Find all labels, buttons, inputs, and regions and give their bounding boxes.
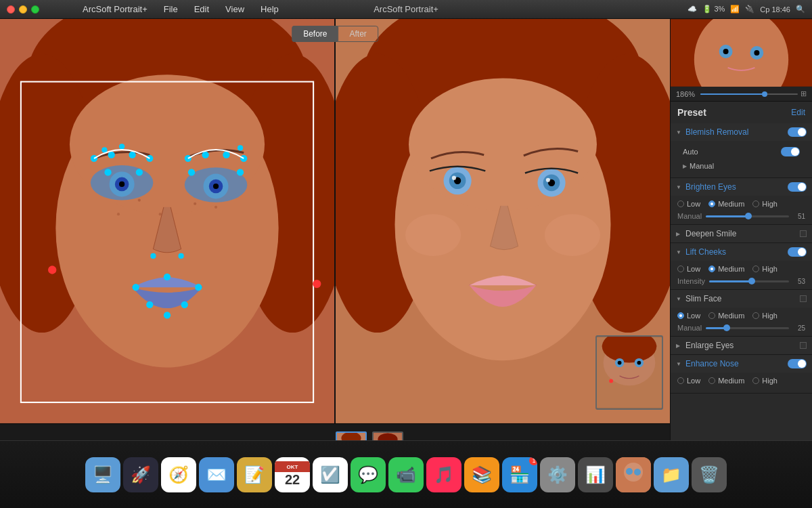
dock-safari[interactable]: 🧭	[161, 457, 196, 492]
before-panel	[0, 19, 336, 423]
intensity-label: Intensity	[677, 277, 705, 285]
dock-messages[interactable]: 💬	[351, 457, 386, 492]
thumbnail-strip: ?	[267, 431, 403, 440]
manual-header[interactable]: ▶ Manual	[677, 158, 805, 173]
zoom-control[interactable]: 186% ⊞	[671, 87, 812, 102]
lift-cheeks-radio-group: Low Medium High	[677, 265, 805, 273]
svg-point-60	[545, 214, 600, 256]
lift-cheeks-header[interactable]: ▼ Lift Cheeks	[671, 243, 812, 261]
slim-high-radio[interactable]: High	[752, 312, 777, 320]
nose-medium-radio[interactable]: Medium	[708, 377, 744, 385]
dock-books[interactable]: 📚	[464, 457, 499, 492]
svg-point-58	[546, 178, 550, 182]
blemish-removal-header[interactable]: ▼ Blemish Removal	[671, 123, 812, 141]
slim-face-header[interactable]: ▼ Slim Face	[671, 290, 812, 308]
deepen-smile-section[interactable]: ▶ Deepen Smile	[671, 225, 812, 243]
dock-facetime[interactable]: 📹	[388, 457, 424, 492]
dock-folder[interactable]: 📁	[654, 457, 689, 492]
maximize-button[interactable]	[31, 5, 39, 14]
brighten-medium-radio[interactable]: Medium	[708, 200, 744, 208]
svg-point-39	[146, 301, 153, 308]
svg-point-18	[213, 184, 219, 189]
dock-finder[interactable]: 🖥️	[85, 457, 120, 492]
svg-point-38	[181, 301, 188, 308]
dock-appstore[interactable]: 🏪 1	[502, 457, 537, 492]
menu-app[interactable]: ArcSoft Portrait+	[80, 3, 150, 16]
slim-low-radio[interactable]: Low	[677, 312, 700, 320]
zoom-in-icon[interactable]: ⊞	[800, 89, 807, 98]
preview-thumb-img	[671, 19, 812, 87]
menu-help[interactable]: Help	[258, 3, 281, 16]
lift-cheeks-slider-row: Intensity 53	[677, 277, 805, 285]
deepen-smile-toggle[interactable]	[800, 230, 807, 237]
lift-medium-radio[interactable]: Medium	[708, 265, 744, 273]
blemish-removal-section: ▼ Blemish Removal Auto ▶ Manual	[671, 123, 812, 178]
brighten-eyes-slider-row: Manual 51	[677, 212, 805, 220]
brighten-eyes-content: Low Medium High Manual	[671, 196, 812, 224]
brighten-low-radio[interactable]: Low	[677, 200, 700, 208]
before-image	[0, 19, 334, 423]
blemish-removal-toggle[interactable]	[788, 127, 807, 137]
brighten-eyes-value: 51	[793, 213, 805, 220]
dock-trash[interactable]: 🗑️	[692, 457, 727, 492]
dock-calendar[interactable]: OKT 22	[275, 457, 310, 492]
brighten-eyes-toggle[interactable]	[788, 182, 807, 192]
close-button[interactable]	[7, 5, 15, 14]
slim-face-section: ▼ Slim Face Low Medium High	[671, 290, 812, 337]
after-tab[interactable]: After	[338, 26, 378, 42]
slim-face-toggle[interactable]	[800, 295, 807, 302]
nose-high-radio[interactable]: High	[752, 377, 777, 385]
menu-edit[interactable]: Edit	[191, 3, 212, 16]
dock-mail[interactable]: ✉️	[199, 457, 234, 492]
svg-point-22	[129, 152, 135, 158]
window-controls[interactable]	[7, 5, 39, 14]
lift-high-radio[interactable]: High	[752, 265, 777, 273]
enhance-nose-toggle[interactable]	[788, 359, 807, 368]
lift-cheeks-toggle[interactable]	[788, 247, 807, 257]
slim-face-slider[interactable]	[706, 327, 789, 329]
zoom-slider[interactable]	[700, 93, 798, 95]
preset-title: Preset	[677, 107, 706, 118]
thumbnail-1[interactable]	[336, 431, 367, 440]
menu-file[interactable]: File	[161, 3, 181, 16]
enlarge-eyes-toggle[interactable]	[800, 342, 807, 349]
brighten-high-radio[interactable]: High	[752, 200, 777, 208]
dock-arcsoft[interactable]	[616, 457, 651, 492]
svg-point-68	[609, 379, 613, 383]
dock-music[interactable]: 🎵	[426, 457, 461, 492]
nose-low-radio[interactable]: Low	[677, 377, 700, 385]
dock-notes[interactable]: 📝	[237, 457, 272, 492]
auto-toggle[interactable]	[781, 147, 800, 156]
svg-point-42	[313, 280, 321, 288]
svg-point-66	[618, 361, 622, 365]
brighten-eyes-section: ▼ Brighten Eyes Low Medium	[671, 178, 812, 225]
auto-label: Auto	[683, 148, 777, 156]
window-title: ArcSoft Portrait+	[374, 4, 438, 14]
thumbnail-2[interactable]	[372, 431, 403, 440]
images-container	[0, 19, 670, 423]
lift-low-radio[interactable]: Low	[677, 265, 700, 273]
manual-slider-label: Manual	[677, 212, 702, 220]
slim-medium-radio[interactable]: Medium	[708, 312, 744, 320]
enhance-nose-header[interactable]: ▼ Enhance Nose	[671, 355, 812, 373]
brighten-eyes-slider[interactable]	[706, 215, 789, 217]
before-after-tabs: Before After	[292, 26, 378, 42]
lift-cheeks-slider[interactable]	[709, 280, 789, 282]
dock-syspref[interactable]: ⚙️	[540, 457, 575, 492]
svg-point-88	[754, 50, 759, 56]
enlarge-eyes-section[interactable]: ▶ Enlarge Eyes	[671, 337, 812, 355]
svg-point-28	[223, 152, 229, 158]
brighten-eyes-header[interactable]: ▼ Brighten Eyes	[671, 178, 812, 196]
brighten-eyes-title: Brighten Eyes	[685, 182, 785, 192]
dock-launchpad[interactable]: 🚀	[123, 457, 158, 492]
dock-activity[interactable]: 📊	[578, 457, 613, 492]
edit-button[interactable]: Edit	[791, 108, 805, 117]
dock-reminders[interactable]: ☑️	[313, 457, 348, 492]
menu-view[interactable]: View	[223, 3, 247, 16]
before-tab[interactable]: Before	[292, 26, 338, 42]
svg-point-21	[108, 152, 115, 158]
svg-point-36	[164, 274, 171, 280]
minimize-button[interactable]	[19, 5, 27, 14]
dock: 🖥️ 🚀 🧭 ✉️ 📝 OKT 22 ☑️ 💬 📹 🎵 📚 🏪 1	[0, 440, 812, 508]
nose-low-circle	[677, 377, 684, 384]
